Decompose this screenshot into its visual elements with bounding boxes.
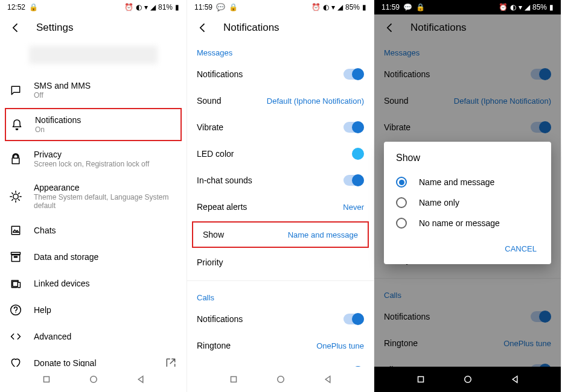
radio-label: Name and message (419, 177, 494, 187)
item-label: Help (34, 305, 177, 315)
image-icon (10, 224, 22, 236)
nav-bar (187, 367, 374, 392)
row-value: Name and message (288, 230, 358, 239)
status-bar: 12:52 🔒 ⏰ ◐ ▾ ◢ 81% ▮ (0, 0, 187, 14)
settings-item-sms-and-mms[interactable]: SMS and MMS Off (0, 74, 187, 107)
item-label: Notifications (35, 115, 176, 125)
svg-point-1 (90, 376, 97, 383)
radio-icon (396, 177, 407, 188)
battery-icon: ▮ (362, 3, 366, 11)
nav-bar (374, 367, 561, 392)
svg-rect-4 (418, 377, 423, 382)
radio-icon (396, 218, 407, 229)
settings-item-appearance[interactable]: Appearance Theme System default, Languag… (0, 175, 187, 217)
toggle[interactable] (343, 175, 364, 186)
row-vibrate[interactable]: Vibrate (187, 114, 374, 141)
row-ringtone[interactable]: RingtoneOnePlus tune (187, 332, 374, 359)
row-label: Sound (197, 96, 221, 106)
radio-option-2[interactable]: No name or message (396, 213, 539, 233)
nav-home-icon[interactable] (88, 374, 99, 385)
battery-text: 85% (345, 3, 360, 11)
chat-icon (10, 84, 22, 96)
status-bar: 11:59 💬 🔒 ⏰ ◐ ▾ ◢ 85% ▮ (187, 0, 374, 14)
status-bar: 11:59 💬 🔒 ⏰ ◐ ▾ ◢ 85% ▮ (374, 0, 561, 14)
row-vibrate[interactable]: Vibrate (187, 359, 374, 367)
nav-recent-icon[interactable] (228, 374, 239, 385)
section-header-messages: Messages (187, 41, 374, 61)
account-blurred (29, 46, 158, 64)
back-icon[interactable] (197, 22, 209, 34)
settings-item-advanced[interactable]: Advanced (0, 323, 187, 350)
dnd-icon: ◐ (136, 3, 142, 11)
dialog-title: Show (396, 153, 539, 163)
radio-icon (396, 197, 407, 208)
brightness-icon (10, 191, 22, 203)
alarm-icon: ⏰ (124, 3, 133, 11)
settings-item-help[interactable]: Help (0, 297, 187, 323)
phone-notifications: 11:59 💬 🔒 ⏰ ◐ ▾ ◢ 85% ▮ Notifications Me… (187, 0, 374, 392)
item-label: SMS and MMS (34, 81, 177, 90)
toggle[interactable] (343, 314, 364, 324)
item-label: Privacy (34, 150, 177, 159)
signal-icon: ◢ (337, 3, 343, 11)
lock-icon (10, 153, 22, 165)
item-label: Linked devices (34, 279, 177, 288)
settings-item-privacy[interactable]: Privacy Screen lock on, Registration loc… (0, 142, 187, 175)
nav-back-icon[interactable] (322, 374, 333, 385)
toggle[interactable] (343, 69, 364, 80)
item-label: Donate to Signal (34, 358, 153, 367)
lock-icon: 🔒 (29, 3, 38, 11)
battery-text: 81% (158, 3, 173, 11)
status-time: 11:59 (382, 3, 400, 11)
row-priority[interactable]: Priority (187, 249, 374, 276)
row-notifications[interactable]: Notifications (187, 61, 374, 87)
row-notifications[interactable]: Notifications (187, 306, 374, 332)
signal-icon: ◢ (525, 3, 530, 11)
row-value: Never (343, 203, 364, 212)
svg-point-5 (464, 376, 471, 383)
wifi-icon: ▾ (331, 3, 335, 11)
header: Settings (0, 14, 187, 41)
row-label: In-chat sounds (197, 175, 252, 185)
page-title: Notifications (223, 22, 279, 34)
nav-bar (0, 367, 187, 392)
battery-icon: ▮ (175, 3, 179, 11)
nav-recent-icon[interactable] (415, 374, 426, 385)
radio-label: Name only (419, 198, 459, 207)
nav-home-icon[interactable] (462, 374, 473, 385)
settings-item-linked-devices[interactable]: Linked devices (0, 270, 187, 297)
item-label: Data and storage (34, 252, 177, 262)
msg-icon: 💬 (403, 3, 412, 11)
settings-item-data-and-storage[interactable]: Data and storage (0, 244, 187, 270)
back-icon[interactable] (10, 22, 22, 34)
cancel-button[interactable]: CANCEL (502, 239, 539, 258)
help-icon (10, 304, 22, 316)
dnd-icon: ◐ (510, 3, 516, 11)
nav-back-icon[interactable] (135, 374, 146, 385)
nav-back-icon[interactable] (509, 374, 520, 385)
item-label: Chats (34, 226, 177, 235)
row-label: Priority (197, 258, 223, 267)
archive-icon (10, 251, 22, 263)
radio-option-1[interactable]: Name only (396, 192, 539, 213)
row-sound[interactable]: SoundDefault (Iphone Notification) (187, 87, 374, 114)
settings-item-chats[interactable]: Chats (0, 217, 187, 244)
nav-recent-icon[interactable] (41, 374, 52, 385)
row-label: LED color (197, 149, 234, 159)
settings-item-donate-to-signal[interactable]: Donate to Signal (0, 350, 187, 367)
row-repeat-alerts[interactable]: Repeat alertsNever (187, 194, 374, 220)
toggle[interactable] (343, 122, 364, 133)
svg-rect-0 (43, 377, 49, 382)
row-label: Notifications (197, 314, 243, 324)
item-sub: Off (34, 91, 177, 100)
row-show[interactable]: ShowName and message (192, 221, 369, 248)
radio-option-0[interactable]: Name and message (396, 172, 539, 192)
settings-item-notifications[interactable]: Notifications On (5, 108, 182, 141)
row-led-color[interactable]: LED color (187, 141, 374, 167)
status-time: 11:59 (194, 3, 212, 11)
heart-icon (10, 357, 22, 367)
phone-dialog: 11:59 💬 🔒 ⏰ ◐ ▾ ◢ 85% ▮ Notifications Me… (374, 0, 561, 392)
status-time: 12:52 (7, 3, 25, 11)
nav-home-icon[interactable] (275, 374, 286, 385)
row-in-chat-sounds[interactable]: In-chat sounds (187, 167, 374, 194)
